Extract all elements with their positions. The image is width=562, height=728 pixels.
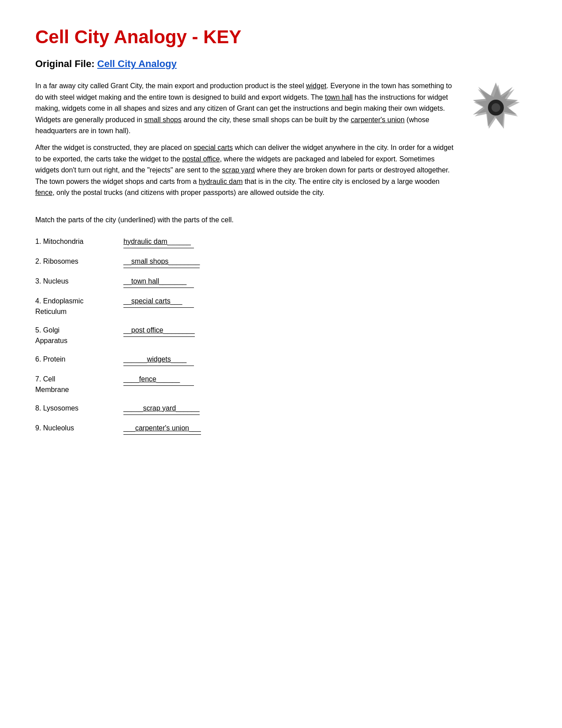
item-label-7: 7. CellMembrane	[35, 374, 123, 395]
list-item: 5. GolgiApparatus __post office________	[35, 325, 527, 346]
match-list: 1. Mitochondria hydraulic dam______ 2. R…	[35, 236, 527, 435]
item-answer-9: ___carpenter's union___	[123, 423, 201, 435]
list-item: 1. Mitochondria hydraulic dam______	[35, 236, 527, 248]
intro-paragraph-2: After the widget is constructed, they ar…	[35, 142, 454, 198]
item-label-1: 1. Mitochondria	[35, 236, 123, 247]
original-file-link[interactable]: Cell City Analogy	[97, 58, 177, 69]
item-answer-5: __post office________	[123, 325, 195, 337]
item-label-2: 2. Ribosomes	[35, 256, 123, 267]
item-answer-1: hydraulic dam______	[123, 236, 194, 248]
item-answer-2: __small shops________	[123, 256, 200, 268]
intro-text: In a far away city called Grant City, th…	[35, 80, 454, 204]
item-label-9: 9. Nucleolus	[35, 423, 123, 433]
list-item: 7. CellMembrane ____fence______	[35, 374, 527, 395]
item-answer-7: ____fence______	[123, 374, 194, 386]
list-item: 2. Ribosomes __small shops________	[35, 256, 527, 268]
item-answer-3: __town hall_______	[123, 276, 194, 288]
original-file-label: Original File:	[35, 58, 94, 69]
item-answer-6: ______widgets____	[123, 354, 194, 366]
item-label-5: 5. GolgiApparatus	[35, 325, 123, 346]
list-item: 3. Nucleus __town hall_______	[35, 276, 527, 288]
list-item: 6. Protein ______widgets____	[35, 354, 527, 366]
intro-paragraph-1: In a far away city called Grant City, th…	[35, 80, 454, 137]
list-item: 4. EndoplasmicReticulum __special carts_…	[35, 296, 527, 317]
page-title: Cell City Analogy - KEY	[35, 26, 527, 48]
item-label-8: 8. Lysosomes	[35, 403, 123, 414]
item-answer-4: __special carts___	[123, 296, 194, 308]
item-label-4: 4. EndoplasmicReticulum	[35, 296, 123, 317]
svg-point-3	[491, 103, 500, 112]
list-item: 8. Lysosomes _____scrap yard______	[35, 403, 527, 415]
match-instruction: Match the parts of the city (underlined)…	[35, 214, 527, 226]
gear-decoration	[465, 80, 527, 138]
item-label-6: 6. Protein	[35, 354, 123, 365]
list-item: 9. Nucleolus ___carpenter's union___	[35, 423, 527, 435]
item-label-3: 3. Nucleus	[35, 276, 123, 287]
original-file-line: Original File: Cell City Analogy	[35, 58, 527, 70]
item-answer-8: _____scrap yard______	[123, 403, 200, 415]
intro-section: In a far away city called Grant City, th…	[35, 80, 527, 204]
